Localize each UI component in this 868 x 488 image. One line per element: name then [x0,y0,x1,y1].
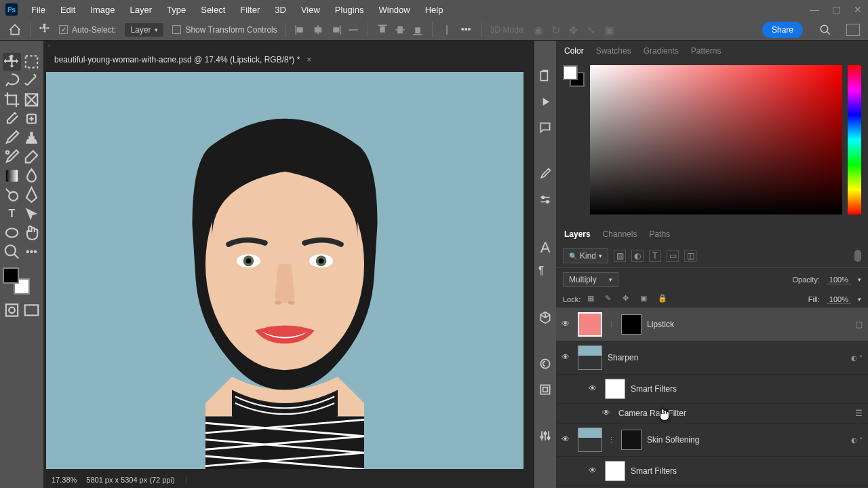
edit-toolbar-icon[interactable]: ••• [22,243,41,261]
distribute-h-icon[interactable] [347,24,359,36]
lock-artboard-icon[interactable]: ▣ [640,294,651,305]
align-center-h-icon[interactable] [312,24,324,36]
menu-file[interactable]: File [24,2,52,18]
filter-options-icon[interactable]: ☰ [855,409,863,418]
dodge-tool[interactable] [3,186,21,204]
layer-mask-thumbnail[interactable] [621,430,642,450]
frame-tool[interactable] [22,91,41,109]
tab-channels[interactable]: Channels [603,229,637,239]
menu-plugins[interactable]: Plugins [328,2,371,18]
filter-smart-icon[interactable]: ◫ [684,250,696,262]
layer-thumbnail[interactable] [578,428,602,452]
lock-position-icon[interactable]: ✥ [623,294,633,305]
layer-camera-raw-filter[interactable]: 👁 Camera Raw Filter ☰ [556,404,868,424]
path-selection-tool[interactable] [22,205,41,223]
filter-indicator-icon[interactable]: ◐ ˄ [851,436,863,444]
layer-filter-kind[interactable]: 🔍Kind▾ [563,248,608,263]
align-top-icon[interactable] [376,24,389,36]
tab-paths[interactable]: Paths [649,229,670,239]
pen-tool[interactable] [22,186,41,204]
history-panel-icon[interactable] [538,69,552,83]
actions-panel-icon[interactable] [538,95,552,109]
adjustments-panel-icon[interactable] [538,429,552,443]
auto-select-checkbox[interactable]: ✓ Auto-Select: [59,25,116,35]
tab-color[interactable]: Color [564,46,584,56]
lock-all-icon[interactable]: 🔒 [658,294,669,305]
visibility-icon[interactable]: 👁 [561,352,572,363]
visibility-icon[interactable]: 👁 [561,319,572,330]
search-icon[interactable] [819,24,831,36]
menu-filter[interactable]: Filter [233,2,267,18]
brush-settings-panel-icon[interactable] [538,193,552,206]
hand-tool[interactable] [22,224,41,242]
canvas[interactable] [46,72,524,469]
layer-name[interactable]: Camera Raw Filter [618,409,686,418]
layer-smart-filters-2[interactable]: 👁 Smart Filters [556,457,868,486]
close-icon[interactable]: ✕ [853,5,863,14]
layer-mask-thumbnail[interactable] [621,314,642,335]
lock-transparency-icon[interactable]: ▦ [587,294,598,305]
zoom-tool[interactable] [3,243,21,261]
clone-stamp-tool[interactable] [22,129,41,147]
quick-mask-icon[interactable] [3,301,21,319]
color-swatches[interactable] [3,267,30,295]
marquee-tool[interactable] [22,53,41,71]
history-brush-tool[interactable] [3,148,21,166]
eraser-tool[interactable] [22,148,41,166]
type-tool[interactable]: T [3,205,21,223]
menu-image[interactable]: Image [83,2,121,18]
fill-input[interactable]: 100% [827,295,851,304]
color-panel-swatches[interactable] [563,65,585,87]
hue-slider[interactable] [848,65,861,214]
brush-tool[interactable] [3,129,21,147]
brushes-panel-icon[interactable] [538,167,552,181]
menu-view[interactable]: View [294,2,327,18]
visibility-icon[interactable]: 👁 [602,408,613,419]
align-left-icon[interactable] [294,24,307,36]
document-tab[interactable]: beautiful-young-woman-with-acne.psd @ 17… [43,50,534,69]
opacity-input[interactable]: 100% [827,276,851,284]
tab-layers[interactable]: Layers [564,229,591,239]
menu-3d[interactable]: 3D [268,2,293,18]
blur-tool[interactable] [22,167,41,185]
filter-adjust-icon[interactable]: ◐ [631,250,644,262]
workspace-switcher-icon[interactable] [846,24,860,36]
fg-color[interactable] [3,267,19,284]
filter-indicator-icon[interactable]: ◐ ˄ [851,354,863,362]
minimize-icon[interactable]: — [810,5,819,14]
layer-lipstick[interactable]: 👁 ⋮ Lipstick ▢ [556,308,868,341]
zoom-level[interactable]: 17.38% [52,476,77,484]
filter-mask-thumbnail[interactable] [605,461,625,481]
magic-wand-tool[interactable] [22,72,41,90]
maximize-icon[interactable]: ▢ [831,5,841,14]
layer-name[interactable]: Sharpen [608,353,638,362]
filter-type-icon[interactable]: T [649,250,661,262]
blending-options-icon[interactable]: ▢ [855,320,863,329]
filter-toggle[interactable] [854,250,861,262]
3d-panel-icon[interactable] [538,311,552,324]
tab-gradients[interactable]: Gradients [644,46,679,56]
close-document-icon[interactable]: × [307,55,311,64]
align-right-icon[interactable] [330,24,342,36]
paragraph-panel-icon[interactable]: ¶ [538,265,552,278]
eyedropper-tool[interactable] [3,110,21,128]
blend-mode-select[interactable]: Multiply▾ [563,272,618,287]
menu-select[interactable]: Select [194,2,232,18]
share-button[interactable]: Share [762,22,803,38]
filter-mask-thumbnail[interactable] [605,379,625,399]
menu-layer[interactable]: Layer [123,2,159,18]
visibility-icon[interactable]: 👁 [589,466,599,476]
layer-thumbnail[interactable] [578,312,602,337]
menu-help[interactable]: Help [418,2,450,18]
shape-tool[interactable] [3,224,21,242]
lock-image-icon[interactable]: ✎ [605,294,616,305]
show-transform-checkbox[interactable]: Show Transform Controls [172,25,277,35]
layer-smart-filters[interactable]: 👁 Smart Filters [556,375,868,404]
gradient-tool[interactable] [3,167,21,185]
menu-edit[interactable]: Edit [54,2,82,18]
visibility-icon[interactable]: 👁 [561,434,572,445]
menu-window[interactable]: Window [372,2,416,18]
menu-type[interactable]: Type [160,2,193,18]
healing-brush-tool[interactable] [22,110,41,128]
comments-panel-icon[interactable] [538,121,552,134]
